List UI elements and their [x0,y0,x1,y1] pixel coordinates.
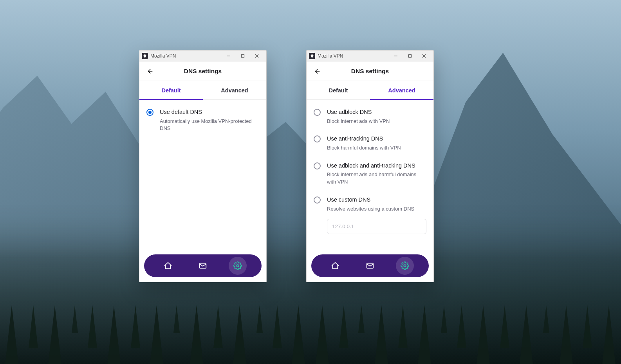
close-button[interactable] [250,50,264,61]
radio-default-dns[interactable] [146,109,153,116]
app-icon [142,53,148,59]
app-title: Mozilla VPN [318,53,343,59]
option-antitracking-dns[interactable]: Use anti-tracking DNS Block harmful doma… [314,135,426,162]
nav-messages[interactable] [361,257,379,275]
option-adblock-dns[interactable]: Use adblock DNS Block internet ads with … [314,108,426,135]
minimize-button[interactable] [222,50,236,61]
option-title: Use adblock DNS [327,108,426,116]
radio-adblock-antitracking-dns[interactable] [314,162,321,169]
option-desc: Resolve websites using a custom DNS [327,205,426,213]
app-icon [309,53,315,59]
radio-custom-dns[interactable] [314,196,321,204]
option-desc: Block internet ads with VPN [327,118,426,125]
app-window-default: Mozilla VPN DNS settings Default Advance… [139,50,267,282]
tab-advanced[interactable]: Advanced [203,81,266,99]
titlebar[interactable]: Mozilla VPN [307,50,433,61]
radio-adblock-dns[interactable] [314,109,321,116]
custom-dns-input[interactable] [327,219,426,234]
option-title: Use anti-tracking DNS [327,135,426,143]
nav-home[interactable] [159,257,177,275]
svg-rect-1 [242,54,244,57]
tab-advanced[interactable]: Advanced [370,81,433,99]
tab-default[interactable]: Default [307,81,370,99]
option-desc: Automatically use Mozilla VPN-protected … [160,118,259,133]
svg-point-13 [404,265,406,267]
svg-rect-8 [409,54,412,57]
content-area: Use adblock DNS Block internet ads with … [307,100,433,254]
nav-settings[interactable] [396,257,414,275]
back-button[interactable] [144,66,155,77]
page-title: DNS settings [351,68,389,75]
maximize-button[interactable] [403,50,417,61]
option-title: Use default DNS [160,108,259,116]
app-title: Mozilla VPN [150,53,176,59]
app-window-advanced: Mozilla VPN DNS settings Default Advance… [306,50,434,282]
option-desc: Block harmful domains with VPN [327,144,426,152]
option-custom-dns[interactable]: Use custom DNS Resolve websites using a … [314,196,426,217]
back-button[interactable] [311,66,322,77]
content-area: Use default DNS Automatically use Mozill… [139,100,266,254]
svg-point-6 [237,265,239,267]
tabs: Default Advanced [307,81,433,100]
option-title: Use custom DNS [327,196,426,204]
page-header: DNS settings [307,61,433,81]
option-default-dns[interactable]: Use default DNS Automatically use Mozill… [146,108,259,142]
tab-default[interactable]: Default [139,81,203,99]
option-title: Use adblock and anti-tracking DNS [327,162,426,170]
close-button[interactable] [417,50,431,61]
option-adblock-antitracking-dns[interactable]: Use adblock and anti-tracking DNS Block … [314,162,426,196]
option-desc: Block internet ads and harmful domains w… [327,171,426,186]
nav-messages[interactable] [194,257,212,275]
minimize-button[interactable] [389,50,403,61]
maximize-button[interactable] [236,50,250,61]
tabs: Default Advanced [139,81,266,100]
titlebar[interactable]: Mozilla VPN [139,50,266,61]
nav-settings[interactable] [229,257,247,275]
bottom-nav [311,254,429,277]
nav-home[interactable] [326,257,344,275]
radio-antitracking-dns[interactable] [314,135,321,142]
bottom-nav [144,254,262,277]
page-header: DNS settings [139,61,266,81]
page-title: DNS settings [184,68,222,75]
